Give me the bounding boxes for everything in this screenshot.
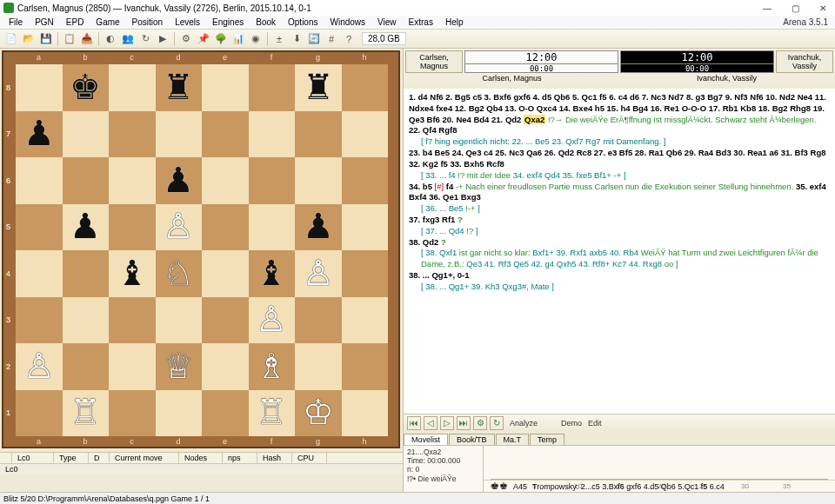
mate-icon[interactable]: # [324,31,339,47]
graph-icon[interactable]: 📊 [230,31,246,47]
menu-engines[interactable]: Engines [207,17,249,28]
menu-epd[interactable]: EPD [61,17,90,28]
bottom-strip: 21....Qxa2 Time: 00:00.000 n: 0 !?• Die … [404,445,835,492]
notation-text: 37. fxg3 Rf1 [409,215,455,224]
refresh-icon[interactable]: ↻ [137,31,153,47]
variation: ] [476,226,478,235]
white-clock-sub: 00:00 [465,63,618,73]
nav-next-icon[interactable]: ▷ [440,416,454,430]
tab-book[interactable]: Book/TB [449,434,495,445]
statusbar: Blitz 5/20 D:\Programm\Arena\Databases\q… [0,492,835,504]
menu-file[interactable]: File [3,17,28,28]
engine-col-cpu[interactable]: CPU [292,453,327,463]
movebox-line: 21....Qxa2 [407,448,479,456]
menu-position[interactable]: Position [127,17,169,28]
engine-col-type[interactable]: Type [54,453,89,463]
engine-col-engine[interactable]: Lc0 [12,453,54,463]
engine-col-current[interactable]: Current move [110,453,179,463]
engine-row[interactable]: Lc0 [0,464,403,474]
notation-panel[interactable]: 1. d4 Nf6 2. Bg5 c5 3. Bxf6 gxf6 4. d5 Q… [404,89,835,414]
white-player-name-box: Carlsen, Magnus [405,50,463,73]
menu-extras[interactable]: Extras [404,17,438,28]
engine-col-blank [0,453,12,463]
tab-strip: Movelist Book/TB Ma.T Temp [404,431,835,445]
piece-icons: ♚♚ [491,481,508,492]
toolbar-separator [174,32,175,46]
open-icon[interactable]: 📂 [21,31,37,47]
menu-pgn[interactable]: PGN [30,17,59,28]
movebox-line: Time: 00:00.000 [407,456,479,465]
tab-mat[interactable]: Ma.T [496,434,530,445]
engine-table: Lc0 Type D Current move Nodes nps Hash C… [0,452,403,474]
refresh2-icon[interactable]: 🔄 [306,31,322,47]
analysis-toolbar: ⏮ ◁ ▷ ⏭ ⚙ ↻ Analyze Demo Edit [404,414,835,431]
annotation: !-+ [465,203,475,213]
toolbar-separator [57,32,58,46]
help-icon[interactable]: ? [341,31,357,47]
engine-col-nodes[interactable]: Nodes [179,453,223,463]
demo-label[interactable]: Demo [561,419,582,428]
nav-last-icon[interactable]: ⏭ [457,416,471,430]
variation: [ 33. ... f4 [421,170,456,180]
engine-col-nps[interactable]: nps [223,453,257,463]
refresh-icon[interactable]: ↻ [490,416,504,430]
nav-prev-icon[interactable]: ◁ [424,416,438,430]
eval-graph-area[interactable]: 05101520253035 ♚♚ A45 Trompowsky: 2...c5… [484,446,835,492]
memory-label: 28,0 GB [362,32,406,45]
menu-book[interactable]: Book [250,17,281,28]
menu-options[interactable]: Options [283,17,323,28]
menu-help[interactable]: Help [440,17,469,28]
notation-text: 34. b5 [409,182,432,191]
play-icon[interactable]: ▶ [155,31,170,47]
diagram-marker: [#] [435,182,444,191]
annotation: !? [466,226,473,235]
tab-temp[interactable]: Temp [530,434,564,445]
black-clock-main: 12:00 [621,51,773,63]
maximize-button[interactable]: ▢ [786,2,804,14]
variation: Bxf1+ 39. Rxf1 axb5 40. Rb4 [532,248,638,257]
white-clock: 12:00 00:00 [464,50,618,73]
notation-text: f4 [446,182,453,191]
clock-panel: Carlsen, Magnus 12:00 00:00 Carlsen, Mag… [404,49,835,89]
notation-text: 38. ... Qg1+, 0-1 [409,270,469,280]
pin-icon[interactable]: 📌 [196,31,211,47]
menu-view[interactable]: View [372,17,402,28]
save-icon[interactable]: 💾 [38,31,54,47]
minimize-button[interactable]: — [758,2,776,14]
variation: [ 36. ... Be5 [421,203,464,213]
menu-levels[interactable]: Levels [170,17,205,28]
status-text: Blitz 5/20 D:\Programm\Arena\Databases\q… [3,494,210,503]
new-icon[interactable]: 📄 [3,31,19,47]
analyze-label[interactable]: Analyze [510,419,538,428]
load-icon[interactable]: ⬇ [289,31,304,47]
people-icon[interactable]: 👥 [120,31,136,47]
copy-icon[interactable]: 📋 [62,31,77,47]
variation: ] [478,203,480,213]
notation-text: 22. Qf4 Rgf8 [409,125,457,135]
cog-icon[interactable]: ⚙ [178,31,194,47]
edit-label[interactable]: Edit [588,419,602,428]
eval-icon[interactable]: ± [271,31,287,47]
tab-movelist[interactable]: Movelist [404,434,448,445]
opening-name: Trompowsky: 2...c5 3.Bxf6 gxf6 4.d5 Qb6 … [532,482,725,491]
nav-first-icon[interactable]: ⏮ [407,416,421,430]
highlighted-move[interactable]: Qxa2 [524,115,545,124]
black-player-label: Ivanchuk, Vassily [620,74,833,83]
tree-icon[interactable]: 🌳 [213,31,229,47]
variation: [ 38. Qxf1 [421,248,457,257]
variation: [ f7 hing eigentlich nicht: 22. ... Be5 … [421,136,665,146]
node-icon[interactable]: ◉ [248,31,264,47]
engine-col-d[interactable]: D [89,453,110,463]
app-name-label: Arena 3.5.1 [783,17,832,27]
toggle-icon[interactable]: ◐ [103,31,118,47]
menu-game[interactable]: Game [90,17,124,28]
annotation: -+ Nach einer freudlosen Partie muss Car… [456,182,793,191]
chessboard[interactable]: ♚♜♜♟♟♟♙♟♝♘♝♙♙♙♕♗♖♖♔ aabbccddeeffgghh8877… [2,50,400,448]
cog-icon[interactable]: ⚙ [473,416,487,430]
engine-col-hash[interactable]: Hash [257,453,292,463]
notation-text: 23. b4 Be5 24. Qe3 c4 25. Nc3 Qa6 26. Qd… [409,148,826,169]
paste-icon[interactable]: 📥 [79,31,95,47]
close-button[interactable]: ✕ [814,2,832,14]
move-info-box: 21....Qxa2 Time: 00:00.000 n: 0 !?• Die … [404,446,484,492]
menu-windows[interactable]: Windows [324,17,371,28]
